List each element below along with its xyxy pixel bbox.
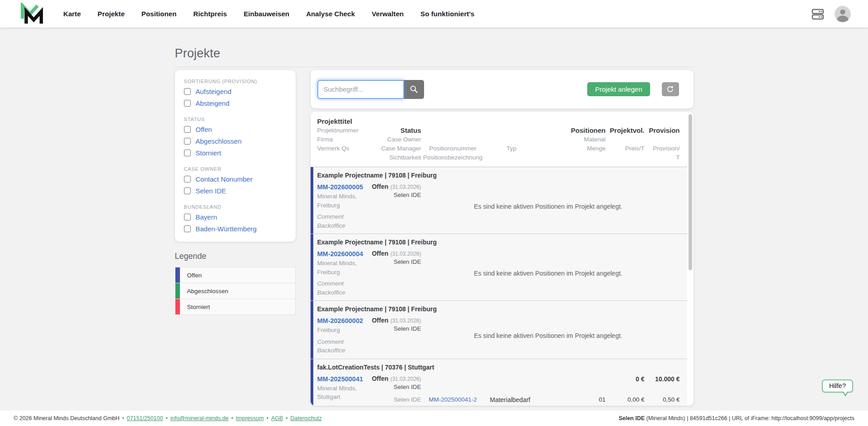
project-info: MM-202500041 Mineral Minds, Stuttgart	[317, 375, 372, 406]
position-number-link[interactable]: MM-202500041-2	[429, 396, 477, 403]
nav-karte[interactable]: Karte	[63, 10, 81, 18]
table-row[interactable]: fak.LotCreationTests | 70376 | Stuttgart…	[311, 359, 687, 406]
page-content: Projekte SORTIERUNG (PROVISION) Aufsteig…	[0, 28, 868, 411]
checkbox[interactable]	[184, 150, 191, 156]
checkbox[interactable]	[184, 138, 191, 145]
filter-option-label: Baden-Württemberg	[196, 225, 257, 233]
col-vermerk-qs: Vermerk Qs	[317, 144, 372, 153]
filter-option-bayern[interactable]: Bayern	[184, 211, 287, 223]
no-positions-message: Es sind keine aktiven Positionen im Proj…	[421, 316, 680, 355]
nav-projekte[interactable]: Projekte	[98, 10, 125, 18]
filter-option-selen-ide[interactable]: Selen IDE	[184, 185, 287, 197]
filter-option-storniert[interactable]: Storniert	[184, 147, 287, 159]
filter-option-absteigend[interactable]: Absteigend	[184, 97, 287, 109]
legend-color-abgeschlossen	[175, 283, 180, 299]
user-avatar-icon[interactable]	[835, 6, 851, 22]
topbar-actions	[811, 6, 851, 22]
legend-color-offen	[175, 267, 180, 283]
checkbox[interactable]	[184, 187, 191, 194]
refresh-button[interactable]	[662, 82, 679, 96]
filter-option-label: Offen	[196, 126, 212, 133]
filter-section-case-owner: CASE OWNER Contact Nonumber Selen IDE	[184, 165, 287, 197]
header-col-projektvol: Projektvol. Preis/T	[606, 117, 645, 162]
filter-option-label: Selen IDE	[196, 187, 226, 195]
filter-option-label: Abgeschlossen	[196, 137, 242, 145]
filter-option-offen[interactable]: Offen	[184, 123, 287, 135]
footer-separator: •	[286, 415, 288, 421]
search-button[interactable]	[404, 80, 424, 99]
col-projektvol: Projektvol.	[606, 126, 645, 135]
table-scrollbar[interactable]	[689, 114, 692, 270]
checkbox[interactable]	[184, 126, 191, 133]
col-projekttitel: Projekttitel	[317, 117, 372, 126]
legend-color-storniert	[175, 299, 180, 314]
status-label: Offen	[372, 375, 388, 382]
project-backoffice: Backoffice	[317, 221, 372, 230]
checkbox[interactable]	[184, 176, 191, 183]
nav-analyse-check[interactable]: Analyse Check	[306, 10, 355, 18]
filter-option-baden-wuerttemberg[interactable]: Baden-Württemberg	[184, 223, 287, 234]
table-row[interactable]: Example Projectname | 79108 | Freiburg M…	[311, 167, 687, 234]
footer-separator: •	[231, 415, 233, 421]
project-title: Example Projectname | 79108 | Freiburg	[317, 237, 680, 247]
help-button[interactable]: Hilfe?	[822, 379, 853, 393]
footer-user: Selen IDE	[618, 415, 645, 421]
checkbox[interactable]	[184, 100, 191, 107]
footer-link-phone[interactable]: 07151/250100	[127, 415, 163, 421]
col-preis-t: Preis/T	[606, 144, 645, 153]
position-amount: 10.000 t	[539, 404, 606, 406]
position-id: ExampleID123	[421, 404, 485, 406]
footer-separator: •	[266, 415, 268, 421]
header-col-positionen: Positionen Material Menge	[539, 117, 606, 162]
project-number-link[interactable]: MM-202600002	[317, 316, 372, 326]
nav-einbauweisen[interactable]: Einbauweisen	[244, 10, 289, 18]
footer-link-agb[interactable]: AGB	[271, 415, 283, 421]
main-nav: Karte Projekte Positionen Richtpreis Ein…	[63, 10, 475, 18]
col-positionsbezeichnung: Positionsbezeichnung	[421, 153, 485, 162]
footer-separator: •	[165, 415, 167, 421]
search-input[interactable]	[317, 80, 404, 99]
filter-option-contact-nonumber[interactable]: Contact Nonumber	[184, 173, 287, 185]
project-info: MM-202600004 Mineral Minds, Freiburg Com…	[317, 249, 372, 297]
project-number-link[interactable]: MM-202600005	[317, 183, 372, 192]
project-company: Mineral Minds,	[317, 192, 372, 201]
topbar: Karte Projekte Positionen Richtpreis Ein…	[0, 0, 868, 28]
project-status: Offen (31.03.2026) Selen IDE	[372, 316, 421, 355]
table-row[interactable]: Example Projectname | 79108 | Freiburg M…	[311, 234, 687, 301]
project-total-provision: 10.000 €	[645, 375, 680, 392]
project-number-link[interactable]: MM-202600004	[317, 249, 372, 259]
project-company: Mineral Minds,	[317, 384, 372, 393]
refresh-icon	[666, 85, 674, 93]
project-comment: Comment	[317, 212, 372, 221]
checkbox[interactable]	[184, 225, 191, 232]
header-col-position: Positionsnummer Positionsbezeichnung	[421, 117, 485, 162]
footer-link-impressum[interactable]: Impressum	[236, 415, 264, 421]
col-firma: Firma	[317, 135, 372, 144]
footer-link-email[interactable]: info@mineral-minds.de	[170, 415, 229, 421]
nav-richtpreis[interactable]: Richtpreis	[193, 10, 227, 18]
checkbox[interactable]	[184, 214, 191, 220]
footer-link-datenschutz[interactable]: Datenschutz	[290, 415, 321, 421]
position-menge: 01 10.000 t	[539, 395, 606, 406]
project-number-link[interactable]: MM-202500041	[317, 375, 372, 384]
server-stack-icon[interactable]	[811, 7, 825, 21]
header-col-typ: Typ	[485, 117, 539, 162]
nav-verwalten[interactable]: Verwalten	[372, 10, 404, 18]
filter-option-label: Contact Nonumber	[196, 175, 253, 183]
position-preis: 0,00 €	[606, 395, 645, 406]
table-row[interactable]: Example Projectname | 79108 | Freiburg M…	[311, 301, 687, 359]
filter-option-aufsteigend[interactable]: Aufsteigend	[184, 85, 287, 97]
nav-so-funktionierts[interactable]: So funktioniert's	[420, 10, 474, 18]
status-owner: Selen IDE	[372, 257, 421, 267]
main-column: Projekt anlegen	[311, 70, 693, 406]
position-typ: Materialbedarf	[485, 395, 539, 406]
nav-positionen[interactable]: Positionen	[142, 10, 177, 18]
filter-option-label: Absteigend	[196, 99, 230, 107]
checkbox[interactable]	[184, 88, 191, 95]
filter-option-abgeschlossen[interactable]: Abgeschlossen	[184, 135, 287, 147]
legend-list: Offen Abgeschlossen Storniert	[175, 267, 296, 315]
col-provision: Provision	[645, 126, 680, 135]
status-owner: Selen IDE	[372, 324, 421, 333]
create-project-button[interactable]: Projekt anlegen	[587, 82, 650, 96]
project-status: Offen (31.03.2026) Selen IDE	[372, 183, 421, 230]
